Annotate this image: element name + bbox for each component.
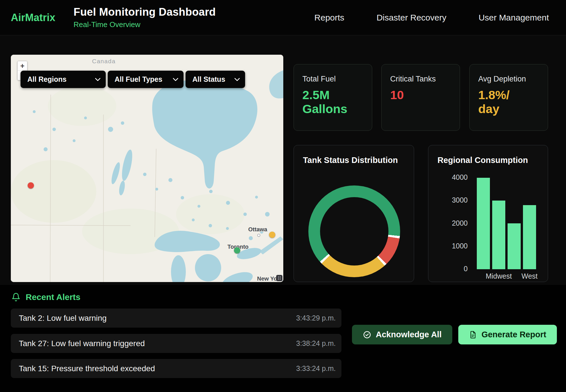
alert-time: 3:33:24 p.m.: [296, 364, 336, 373]
map-label-ottawa: Ottawa: [248, 226, 268, 232]
consumption-bar: [492, 201, 505, 269]
tank-marker-warning[interactable]: [269, 232, 275, 238]
alert-time: 3:43:29 p.m.: [296, 314, 336, 322]
y-tick-label: 2000: [452, 219, 468, 227]
alert-row[interactable]: Tank 27: Low fuel warning triggered 3:38…: [11, 334, 341, 353]
chart-title: Regional Consumption: [437, 156, 539, 165]
alert-message: Tank 15: Pressure threshold exceeded: [19, 364, 155, 373]
app-header: AirMatrix Fuel Monitoring Dashboard Real…: [0, 0, 566, 35]
x-tick-label: Midwest: [492, 272, 505, 280]
check-circle-icon: [363, 330, 371, 339]
alert-row[interactable]: Tank 2: Low fuel warning 3:43:29 p.m.: [11, 309, 341, 328]
tank-status-distribution-card: Tank Status Distribution: [294, 145, 414, 282]
map-panel[interactable]: Canada Ottawa Toronto New York + − All R…: [11, 55, 283, 282]
tank-marker-critical[interactable]: [28, 182, 34, 189]
map-resize-handle[interactable]: [276, 275, 282, 281]
brand-logo[interactable]: AirMatrix: [11, 12, 55, 24]
lake-huron: [195, 254, 221, 281]
drag-dots-icon: [278, 276, 281, 280]
consumption-bar: [508, 223, 521, 269]
bar-chart-x-labels: MidwestWest: [477, 272, 536, 280]
critical-tanks-value: 10: [390, 88, 439, 102]
bar-chart: 01000200030004000: [428, 178, 548, 269]
nav-disaster-recovery[interactable]: Disaster Recovery: [376, 13, 446, 23]
fuel-type-filter-value: All Fuel Types: [115, 75, 162, 83]
total-fuel-value: 2.5M Gallons: [302, 88, 351, 116]
main-nav: Reports Disaster Recovery User Managemen…: [314, 13, 549, 23]
alert-row[interactable]: Tank 15: Pressure threshold exceeded 3:3…: [11, 359, 341, 378]
tank-marker-normal[interactable]: [234, 247, 240, 254]
tank-status-donut: [308, 185, 400, 277]
recent-alerts-section: Recent Alerts Tank 2: Low fuel warning 3…: [0, 285, 566, 392]
ottawa-town-dot: [258, 234, 260, 237]
page-subtitle: Real-Time Overview: [74, 20, 216, 29]
alert-time: 3:38:24 p.m.: [296, 339, 336, 348]
x-tick-label: West: [523, 272, 536, 280]
y-tick-label: 4000: [452, 173, 468, 181]
x-tick-label: [508, 272, 521, 280]
alerts-heading: Recent Alerts: [26, 292, 80, 302]
generate-report-button[interactable]: Generate Report: [458, 325, 557, 344]
stat-label: Critical Tanks: [390, 75, 451, 83]
chart-title: Tank Status Distribution: [303, 156, 405, 165]
avg-depletion-value: 1.8%/ day: [478, 88, 527, 116]
fuel-type-filter-dropdown[interactable]: All Fuel Types: [108, 71, 184, 88]
map-zoom-in-button[interactable]: +: [18, 61, 27, 71]
bell-icon: [11, 293, 21, 302]
status-filter-dropdown[interactable]: All Status: [186, 71, 245, 88]
total-fuel-card: Total Fuel 2.5M Gallons: [294, 64, 372, 131]
bar-chart-y-axis: 01000200030004000: [428, 178, 468, 269]
region-filter-value: All Regions: [27, 75, 67, 83]
page-title: Fuel Monitoring Dashboard: [74, 6, 216, 18]
acknowledge-all-label: Acknowledge All: [376, 330, 442, 339]
consumption-bar: [523, 205, 536, 269]
chevron-down-icon: [95, 78, 101, 81]
bar-chart-plot: [477, 178, 536, 269]
alerts-header: Recent Alerts: [11, 292, 80, 302]
avg-depletion-card: Avg Depletion 1.8%/ day: [469, 64, 548, 131]
y-tick-label: 1000: [452, 242, 468, 250]
status-filter-value: All Status: [192, 75, 225, 83]
acknowledge-all-button[interactable]: Acknowledge All: [352, 325, 452, 344]
map-label-country: Canada: [92, 58, 116, 64]
title-block: Fuel Monitoring Dashboard Real-Time Over…: [74, 6, 216, 29]
chevron-down-icon: [173, 78, 178, 81]
map-canvas[interactable]: Canada Ottawa Toronto New York: [11, 55, 283, 282]
document-icon: [469, 330, 477, 339]
nav-reports[interactable]: Reports: [314, 13, 344, 23]
consumption-bar: [477, 178, 490, 269]
regional-consumption-card: Regional Consumption 01000200030004000 M…: [428, 145, 548, 282]
critical-tanks-card: Critical Tanks 10: [381, 64, 460, 131]
nav-user-management[interactable]: User Management: [479, 13, 549, 23]
stat-label: Avg Depletion: [478, 75, 539, 83]
y-tick-label: 3000: [452, 196, 468, 204]
chevron-down-icon: [234, 78, 240, 81]
stat-label: Total Fuel: [302, 75, 363, 83]
generate-report-label: Generate Report: [481, 330, 546, 339]
alert-message: Tank 27: Low fuel warning triggered: [19, 339, 145, 348]
alert-message: Tank 2: Low fuel warning: [19, 314, 107, 323]
y-tick-label: 0: [464, 265, 468, 273]
map-filter-bar: All Regions All Fuel Types All Status: [21, 71, 245, 88]
region-filter-dropdown[interactable]: All Regions: [21, 71, 106, 88]
